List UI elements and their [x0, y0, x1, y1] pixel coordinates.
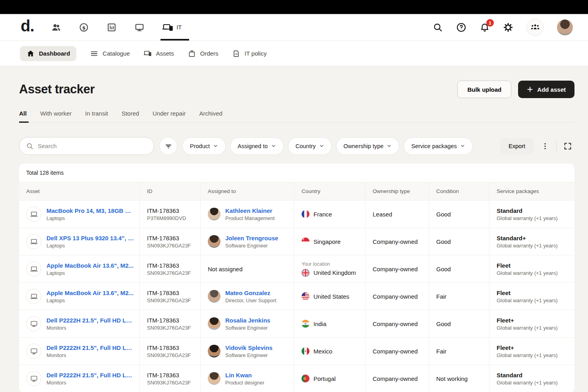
- team-icon[interactable]: [526, 19, 544, 36]
- asset-type-icon: [26, 207, 41, 222]
- service-package-detail: Global warranty (+1 years): [497, 325, 558, 331]
- nav-item-it-policy[interactable]: IT policy: [232, 49, 267, 58]
- country-cell: India: [294, 310, 366, 338]
- condition-cell: Fair: [429, 338, 489, 365]
- assignee-link[interactable]: Kathleen Klainer: [225, 207, 275, 214]
- people-icon[interactable]: [51, 22, 61, 33]
- column-header-id[interactable]: ID: [140, 182, 201, 201]
- column-header-ownership-type[interactable]: Ownership type: [366, 182, 429, 201]
- analytics-icon[interactable]: [106, 22, 117, 33]
- condition-cell: Good: [429, 310, 489, 338]
- service-package-detail: Global warranty (+1 years): [497, 352, 558, 358]
- assignee-role: Director, User Support: [225, 297, 277, 303]
- asset-link[interactable]: Dell P2222H 21.5", Full HD LE...: [46, 344, 134, 351]
- nav-item-assets[interactable]: Assets: [143, 49, 174, 58]
- condition: Not working: [436, 375, 468, 382]
- ownership-cell: Company-owned: [366, 255, 429, 283]
- nav-item-label: Assets: [156, 50, 174, 57]
- table-row[interactable]: Apple MacBook Air 13.6", M2... Laptops I…: [19, 283, 574, 310]
- column-header-condition[interactable]: Condition: [429, 182, 489, 201]
- ownership-cell: Company-owned: [366, 228, 429, 255]
- id-cell: ITM-178363 SN093KJ76GA23F: [140, 283, 201, 310]
- help-icon[interactable]: [456, 22, 466, 33]
- bulk-upload-button[interactable]: Bulk upload: [457, 81, 511, 98]
- table-row[interactable]: Apple MacBook Air 13.6", M2... Laptops I…: [19, 255, 574, 283]
- asset-link[interactable]: Dell P2222H 21.5", Full HD LE...: [46, 317, 134, 324]
- column-header-asset[interactable]: Asset: [19, 182, 140, 201]
- condition: Fair: [436, 293, 447, 300]
- country-cell: Singapore: [294, 228, 366, 255]
- service-package-detail: Global warranty (+1 years): [497, 380, 558, 386]
- table-row[interactable]: Dell P2222H 21.5", Full HD LE... Monitor…: [19, 310, 574, 338]
- search-icon[interactable]: [433, 22, 443, 33]
- assignee-link[interactable]: Rosalia Jenkins: [225, 317, 270, 324]
- table-row[interactable]: MacBook Pro 14, M3, 18GB R... Laptops IT…: [19, 201, 574, 228]
- assignee-role: Software Engineer: [225, 352, 273, 358]
- more-options-button[interactable]: [538, 139, 552, 153]
- filter-pill-ownership-type[interactable]: Ownership type: [336, 137, 400, 155]
- condition-cell: Good: [429, 228, 489, 255]
- filter-button[interactable]: [159, 137, 177, 155]
- assignee-link[interactable]: Lin Kwan: [225, 372, 264, 378]
- id-cell: ITM-178363 SN093KJ76GA23F: [140, 338, 201, 365]
- tab-in-transit[interactable]: In transit: [85, 110, 108, 122]
- tab-archived[interactable]: Archived: [199, 110, 222, 122]
- export-button[interactable]: Export: [500, 138, 534, 154]
- assignee-avatar: [208, 208, 220, 220]
- search-input[interactable]: [38, 143, 147, 149]
- asset-link[interactable]: Apple MacBook Air 13.6", M2...: [46, 290, 133, 296]
- asset-cell: Dell P2222H 21.5", Full HD LE... Monitor…: [19, 365, 140, 392]
- table-body: MacBook Pro 14, M3, 18GB R... Laptops IT…: [19, 201, 574, 392]
- settings-gear-icon[interactable]: [503, 22, 513, 33]
- asset-type-icon: [26, 344, 41, 359]
- tab-all[interactable]: All: [19, 110, 27, 122]
- deel-logo[interactable]: d.: [21, 18, 34, 37]
- asset-link[interactable]: Dell XPS 13 Plus 9320 13.4", i...: [46, 235, 134, 241]
- column-header-assigned-to[interactable]: Assigned to: [201, 182, 294, 201]
- search-icon: [26, 142, 34, 150]
- asset-link[interactable]: Dell P2222H 21.5", Full HD LE...: [46, 372, 134, 378]
- table-row[interactable]: Dell XPS 13 Plus 9320 13.4", i... Laptop…: [19, 228, 574, 255]
- search-box[interactable]: [19, 137, 154, 155]
- nav-item-catalogue[interactable]: Catalogue: [90, 49, 130, 58]
- filter-lines-icon: [164, 142, 173, 151]
- tab-under-repair[interactable]: Under repair: [153, 110, 186, 122]
- country-flag-icon: [302, 269, 309, 277]
- asset-link[interactable]: MacBook Pro 14, M3, 18GB R...: [46, 207, 134, 214]
- asset-id: ITM-178363: [147, 235, 191, 241]
- table-row[interactable]: Dell P2222H 21.5", Full HD LE... Monitor…: [19, 338, 574, 365]
- kebab-menu-icon: [541, 142, 549, 151]
- asset-serial: SN093KJ76GA23F: [147, 270, 191, 276]
- column-header-service-packages[interactable]: Service packages: [489, 182, 574, 201]
- finance-icon[interactable]: $: [79, 22, 89, 33]
- assignee-link[interactable]: Vidovik Splevins: [225, 344, 273, 351]
- filter-pill-product[interactable]: Product: [182, 137, 226, 155]
- condition: Good: [436, 321, 451, 327]
- service-package-detail: Global warranty (+1 years): [497, 215, 558, 221]
- it-product-tab[interactable]: IT: [162, 14, 182, 41]
- asset-link[interactable]: Apple MacBook Air 13.6", M2...: [46, 262, 133, 269]
- column-header-country[interactable]: Country: [294, 182, 366, 201]
- filter-pill-country[interactable]: Country: [288, 137, 332, 155]
- filter-pill-assigned-to[interactable]: Assigned to: [230, 137, 284, 155]
- tab-stored[interactable]: Stored: [122, 110, 139, 122]
- table-row[interactable]: Dell P2222H 21.5", Full HD LE... Monitor…: [19, 365, 574, 392]
- device-icon[interactable]: [134, 22, 145, 33]
- main-content: Asset tracker Bulk upload Add asset All …: [0, 66, 588, 392]
- assignee-link[interactable]: Joleen Trengrouse: [225, 235, 278, 241]
- asset-serial: P3T6M8990DVD: [147, 215, 186, 221]
- nav-item-label: Dashboard: [39, 50, 70, 57]
- asset-type-icon: [26, 261, 41, 276]
- not-assigned-label: Not assigned: [208, 266, 243, 272]
- fullscreen-button[interactable]: [561, 139, 574, 153]
- assignee-link[interactable]: Mateo Gonzalez: [225, 290, 277, 296]
- tab-with-worker[interactable]: With worker: [40, 110, 72, 122]
- user-avatar[interactable]: [557, 19, 573, 35]
- nav-item-dashboard[interactable]: Dashboard: [20, 46, 76, 61]
- notifications-bell-icon[interactable]: 1: [480, 22, 490, 33]
- filter-pill-service-packages[interactable]: Service packages: [404, 137, 472, 155]
- nav-item-orders[interactable]: Orders: [188, 49, 219, 58]
- add-asset-button[interactable]: Add asset: [518, 81, 574, 98]
- active-product-underline: [161, 39, 189, 41]
- asset-cell: Dell P2222H 21.5", Full HD LE... Monitor…: [19, 310, 140, 338]
